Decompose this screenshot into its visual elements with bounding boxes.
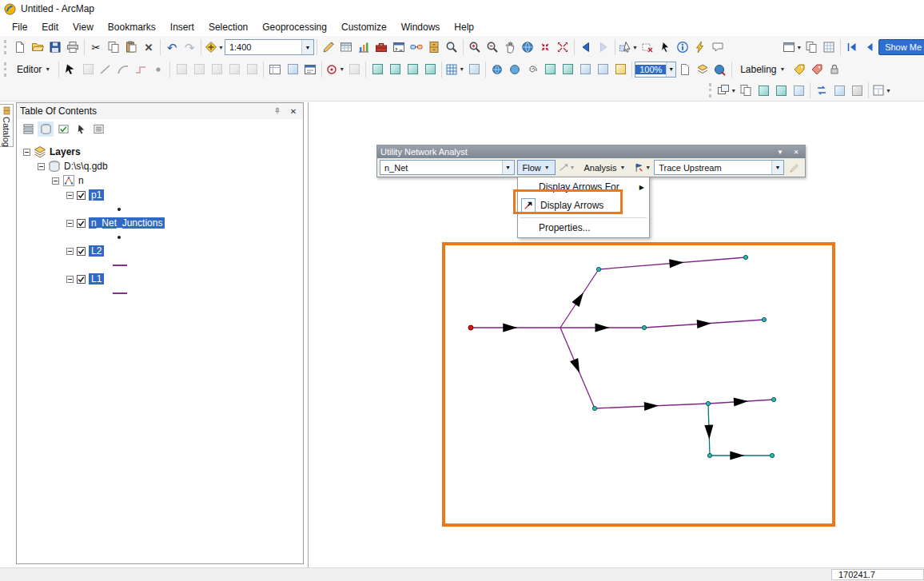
point-tool-icon[interactable] (149, 61, 167, 78)
select-elements-cursor-icon[interactable] (656, 38, 674, 56)
sketch-properties-icon[interactable] (284, 61, 301, 78)
layer-label[interactable]: L2 (89, 245, 104, 257)
combo-dropdown-icon[interactable]: ▼ (771, 161, 783, 174)
create-features-icon[interactable] (301, 61, 319, 78)
trace-task-combobox[interactable]: Trace Upstream ▼ (654, 160, 784, 175)
pages-icon[interactable] (803, 38, 820, 56)
back-extent-icon[interactable] (577, 38, 595, 56)
new-document-icon[interactable] (11, 38, 29, 56)
page-icon[interactable] (676, 61, 694, 78)
menu-file[interactable]: File (5, 19, 34, 35)
catalog-tab[interactable]: Catalog (0, 104, 14, 147)
collapse-icon[interactable] (52, 177, 59, 185)
menu-windows[interactable]: Windows (394, 19, 448, 35)
una-titlebar[interactable]: Utility Network Analyst ▼ ✕ (377, 145, 805, 158)
menu-customize[interactable]: Customize (334, 19, 394, 35)
rotate-tool-icon[interactable] (243, 61, 261, 78)
full-extent-globe-icon[interactable] (519, 38, 536, 56)
edit-vertices-icon[interactable] (173, 61, 190, 78)
search-window-icon[interactable] (443, 38, 460, 56)
line-symbol[interactable] (113, 292, 127, 294)
menu-bookmarks[interactable]: Bookmarks (101, 19, 163, 35)
labeling-menu-button[interactable]: Labeling▼ (735, 61, 791, 78)
point-symbol[interactable] (117, 236, 121, 239)
chart-icon[interactable] (355, 38, 372, 56)
grid-small-icon[interactable] (830, 82, 848, 99)
swap-arrows-icon[interactable] (813, 82, 830, 99)
grid-blue-icon[interactable]: ▼ (444, 61, 465, 78)
toolbar-grip[interactable] (4, 62, 8, 77)
blue-box-icon[interactable] (576, 61, 594, 78)
blue-box-icon[interactable] (790, 82, 807, 99)
zoom-percent-combobox[interactable]: 100% ▼ (635, 62, 676, 78)
fixed-zoom-out-icon[interactable] (554, 38, 572, 56)
layer-label[interactable]: n_Net_Junctions (89, 217, 165, 229)
layer-visibility-checkbox[interactable] (77, 219, 86, 228)
collapse-icon[interactable] (66, 220, 74, 227)
snap-edge-icon[interactable] (421, 61, 439, 78)
layer-visibility-checkbox[interactable] (77, 275, 86, 284)
scale-combobox[interactable]: 1:400 ▼ (225, 39, 314, 55)
menu-edit[interactable]: Edit (34, 19, 66, 35)
forward-extent-icon[interactable] (595, 38, 612, 56)
reshape-feature-icon[interactable] (190, 61, 208, 78)
teal-box-icon[interactable] (541, 61, 559, 78)
menu-item-properties[interactable]: Properties... (518, 220, 649, 236)
list-by-selection-icon[interactable] (73, 121, 89, 137)
combo-dropdown-icon[interactable]: ▼ (502, 161, 514, 174)
windows-stack-icon[interactable]: ▼ (716, 82, 737, 99)
toc-options-icon[interactable] (90, 121, 106, 137)
model-builder-icon[interactable] (408, 38, 425, 56)
globe-build-icon[interactable] (711, 61, 729, 78)
catalog-window-icon[interactable] (425, 38, 443, 56)
seek-first-icon[interactable] (843, 38, 861, 56)
yellow-box-icon[interactable] (611, 61, 629, 78)
spiral-icon[interactable] (524, 61, 541, 78)
teal-box-icon[interactable] (772, 82, 790, 99)
editor-pencil-icon[interactable] (320, 38, 337, 56)
pan-hand-icon[interactable] (501, 38, 519, 56)
attributes-icon[interactable] (266, 61, 284, 78)
seek-previous-icon[interactable] (861, 38, 878, 56)
toc-close-icon[interactable]: ✕ (287, 105, 300, 117)
teal-box-icon[interactable] (755, 82, 772, 99)
identify-icon[interactable] (674, 38, 691, 56)
clear-selection-icon[interactable] (639, 38, 656, 56)
page-copy-icon[interactable] (737, 82, 755, 99)
copy-icon[interactable] (105, 38, 122, 56)
menu-selection[interactable]: Selection (201, 19, 255, 35)
gray-box-icon[interactable] (848, 82, 866, 99)
layers-root-label[interactable]: Layers (50, 146, 81, 157)
layer-visibility-checkbox[interactable] (77, 247, 86, 256)
zoom-in-icon[interactable] (466, 38, 484, 56)
collapse-icon[interactable] (38, 163, 45, 170)
layer-label[interactable]: L1 (89, 273, 104, 285)
collapse-icon[interactable] (23, 149, 30, 156)
paste-icon[interactable] (122, 38, 140, 56)
menu-help[interactable]: Help (447, 19, 481, 35)
target-icon[interactable]: ▼ (325, 61, 345, 78)
grid-icon[interactable] (820, 38, 838, 56)
network-combobox[interactable]: n_Net ▼ (380, 160, 515, 175)
una-dropdown-icon[interactable]: ▼ (775, 149, 786, 156)
trace-tool-icon[interactable] (132, 61, 149, 78)
show-me-button[interactable]: Show Me (878, 39, 924, 55)
list-by-visibility-icon[interactable] (55, 121, 71, 137)
marker-icon[interactable] (345, 61, 363, 78)
layer-visibility-checkbox[interactable] (77, 191, 86, 200)
menu-insert[interactable]: Insert (163, 19, 201, 35)
list-by-source-icon[interactable] (38, 121, 54, 137)
label-lock-icon[interactable] (826, 61, 843, 78)
dataset-label[interactable]: n (78, 175, 84, 186)
list-by-drawing-order-icon[interactable] (20, 121, 36, 137)
save-icon[interactable] (46, 38, 64, 56)
label-tag-icon[interactable] (791, 61, 808, 78)
menu-view[interactable]: View (66, 19, 101, 35)
blue-box-icon[interactable] (594, 61, 611, 78)
menu-geoprocessing[interactable]: Geoprocessing (255, 19, 334, 35)
cut-polygons-icon[interactable] (208, 61, 225, 78)
straight-segment-icon[interactable] (97, 61, 114, 78)
snap-vertex-icon[interactable] (404, 61, 421, 78)
hyperlink-lightning-icon[interactable] (691, 38, 709, 56)
delete-icon[interactable]: ✕ (140, 38, 157, 56)
